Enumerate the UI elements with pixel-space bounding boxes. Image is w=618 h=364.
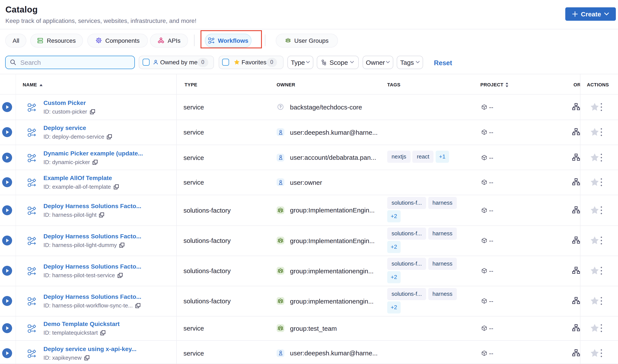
- svg-text:?: ?: [279, 105, 282, 109]
